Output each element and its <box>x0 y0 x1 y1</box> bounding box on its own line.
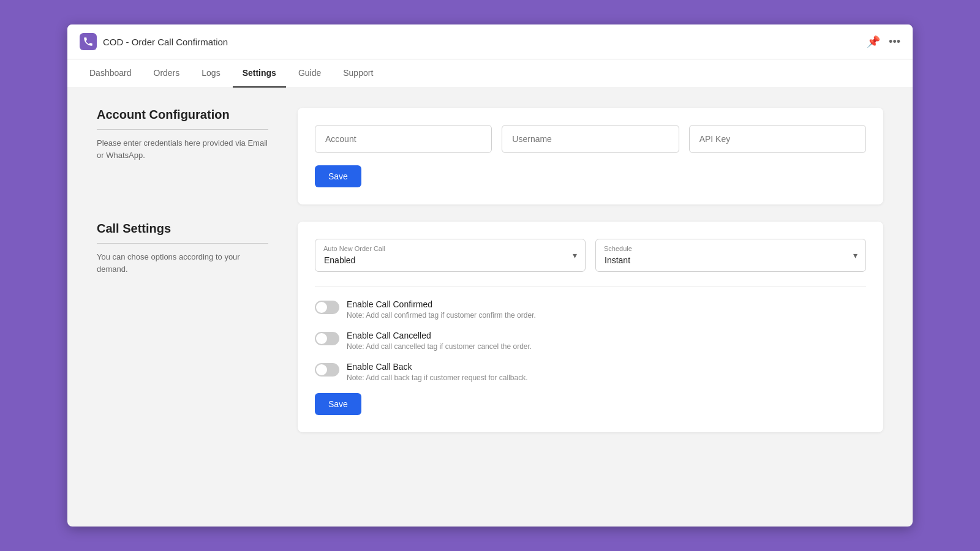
enable-call-confirmed-note: Note: Add call confirmed tag if customer… <box>347 311 536 320</box>
divider <box>315 287 866 287</box>
call-settings-save-button[interactable]: Save <box>315 393 361 415</box>
account-section-title: Account Configuration <box>97 108 268 130</box>
auto-new-order-label: Auto New Order Call <box>323 245 385 252</box>
enable-call-back-note: Note: Add call back tag if customer requ… <box>347 373 527 382</box>
schedule-wrapper: Schedule Instant Scheduled ▾ <box>595 239 866 272</box>
nav-item-dashboard[interactable]: Dashboard <box>80 59 141 88</box>
call-settings-select-row: Auto New Order Call Enabled Disabled ▾ S… <box>315 239 866 272</box>
title-bar: COD - Order Call Confirmation 📌 ••• <box>67 24 913 59</box>
account-section: Account Configuration Please enter crede… <box>97 108 883 204</box>
api-key-input[interactable] <box>689 125 866 153</box>
enable-call-back-label: Enable Call Back <box>347 362 527 372</box>
enable-call-confirmed-label: Enable Call Confirmed <box>347 299 536 309</box>
auto-new-order-select[interactable]: Enabled Disabled <box>315 239 586 272</box>
enable-call-cancelled-toggle[interactable] <box>315 332 339 345</box>
auto-new-order-wrapper: Auto New Order Call Enabled Disabled ▾ <box>315 239 586 272</box>
call-settings-section: Call Settings You can chose options acco… <box>97 222 883 432</box>
call-settings-section-info: Call Settings You can chose options acco… <box>97 222 268 275</box>
title-bar-left: COD - Order Call Confirmation <box>80 33 228 50</box>
call-settings-card: Auto New Order Call Enabled Disabled ▾ S… <box>298 222 883 432</box>
nav-item-logs[interactable]: Logs <box>192 59 230 88</box>
enable-call-cancelled-note: Note: Add call cancelled tag if customer… <box>347 342 532 351</box>
account-section-desc: Please enter credentials here provided v… <box>97 137 268 161</box>
app-window: COD - Order Call Confirmation 📌 ••• Dash… <box>67 24 913 527</box>
account-input[interactable] <box>315 125 492 153</box>
enable-call-back-info: Enable Call Back Note: Add call back tag… <box>347 362 527 382</box>
account-save-button[interactable]: Save <box>315 165 361 187</box>
account-input-row <box>315 125 866 153</box>
account-section-info: Account Configuration Please enter crede… <box>97 108 268 161</box>
enable-call-confirmed-info: Enable Call Confirmed Note: Add call con… <box>347 299 536 320</box>
content-area: Account Configuration Please enter crede… <box>67 88 913 452</box>
account-section-card: Save <box>298 108 883 204</box>
nav-bar: Dashboard Orders Logs Settings Guide Sup… <box>67 59 913 88</box>
app-icon <box>80 33 97 50</box>
enable-call-back-row: Enable Call Back Note: Add call back tag… <box>315 362 866 382</box>
nav-item-settings[interactable]: Settings <box>233 59 286 88</box>
call-settings-section-title: Call Settings <box>97 222 268 244</box>
more-icon[interactable]: ••• <box>889 36 900 48</box>
schedule-select[interactable]: Instant Scheduled <box>595 239 866 272</box>
title-bar-actions: 📌 ••• <box>867 35 900 48</box>
username-input[interactable] <box>502 125 679 153</box>
enable-call-confirmed-row: Enable Call Confirmed Note: Add call con… <box>315 299 866 320</box>
enable-call-cancelled-label: Enable Call Cancelled <box>347 331 532 340</box>
schedule-label: Schedule <box>604 245 632 252</box>
enable-call-cancelled-row: Enable Call Cancelled Note: Add call can… <box>315 331 866 351</box>
enable-call-confirmed-toggle[interactable] <box>315 301 339 314</box>
nav-item-support[interactable]: Support <box>333 59 383 88</box>
nav-item-orders[interactable]: Orders <box>144 59 190 88</box>
enable-call-back-toggle[interactable] <box>315 363 339 377</box>
enable-call-cancelled-info: Enable Call Cancelled Note: Add call can… <box>347 331 532 351</box>
app-title: COD - Order Call Confirmation <box>103 37 228 47</box>
nav-item-guide[interactable]: Guide <box>288 59 331 88</box>
call-settings-section-desc: You can chose options according to your … <box>97 251 268 275</box>
pin-icon[interactable]: 📌 <box>867 35 880 48</box>
